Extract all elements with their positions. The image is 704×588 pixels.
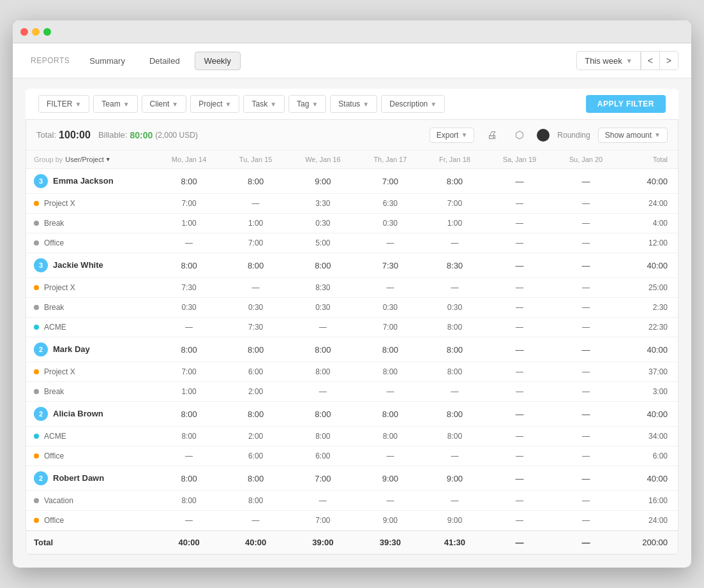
table-cell: — [288,491,357,511]
table-cell: 0:30 [357,214,423,233]
table-cell: 7:00 [357,169,423,194]
table-cell: — [486,278,553,298]
project-name: ACME [44,432,66,441]
filter-client-button[interactable]: Client ▼ [142,95,187,113]
project-name: Project X [44,367,75,376]
table-cell: — [486,427,553,446]
table-cell: 6:00 [223,362,288,382]
group-selector[interactable]: User/Project ▼ [65,156,110,163]
total-hours: 100:00 [59,129,91,141]
col-sat: Sa, Jan 19 [486,151,553,169]
table-row: Project X7:30—8:30————25:00 [26,278,678,298]
show-amount-button[interactable]: Show amount ▼ [598,128,668,143]
table-row: 2Alicia Brown8:008:008:008:008:00——40:00 [26,402,678,427]
table-cell: 5:00 [288,233,357,253]
project-dot [34,305,39,310]
apply-filter-button[interactable]: APPLY FILTER [586,95,666,113]
table-cell-total: 4:00 [619,214,678,233]
table-cell: — [357,278,423,298]
table-cell: 8:00 [423,427,486,446]
table-cell: 8:00 [423,169,486,194]
table-cell: 7:00 [357,318,423,337]
filter-main-button[interactable]: FILTER ▼ [38,95,89,113]
chevron-down-icon: ▼ [75,101,81,108]
table-cell: 8:00 [155,253,223,278]
table-cell: 8:00 [423,402,486,427]
table-row: ACME8:002:008:008:008:00——34:00 [26,427,678,446]
table-cell: — [486,318,553,337]
table-row: Break1:002:00—————3:00 [26,382,678,402]
table-cell: — [223,511,288,531]
table-cell: 7:00 [155,362,223,382]
export-button[interactable]: Export ▼ [430,128,475,143]
table-cell: — [486,233,553,253]
table-cell: 8:00 [288,253,357,278]
table-cell: — [553,446,619,466]
share-button[interactable]: ⬡ [510,126,529,143]
filter-team-button[interactable]: Team ▼ [93,95,137,113]
rounding-label: Rounding [557,131,590,140]
total-label: Total: [36,130,56,140]
table-cell: — [553,402,619,427]
table-cell: 6:00 [223,446,288,466]
table-cell: — [288,382,357,402]
project-name: ACME [44,323,66,332]
tab-detailed[interactable]: Detailed [140,52,190,70]
user-name: Alicia Brown [53,409,103,418]
summary-actions: Export ▼ 🖨 ⬡ Rounding Show amount ▼ [430,126,668,143]
table-cell-total: 40:00 [619,337,678,362]
table-cell: — [486,382,553,402]
table-cell: 0:30 [288,298,357,318]
toolbar-right: This week ▼ < > [576,51,678,70]
filter-tag-button[interactable]: Tag ▼ [288,95,326,113]
project-dot [34,285,39,290]
filter-description-button[interactable]: Description ▼ [381,95,445,113]
table-cell: 8:00 [223,491,288,511]
table-cell: 9:00 [423,511,486,531]
table-cell: — [486,511,553,531]
project-name: Office [44,239,64,247]
total-day-cell: — [553,531,619,554]
chevron-down-icon: ▼ [311,101,318,108]
filter-task-button[interactable]: Task ▼ [243,95,285,113]
total-day-cell: 41:30 [423,531,486,554]
table-cell: — [423,233,486,253]
table-cell: 7:00 [155,194,223,214]
total-label-cell: Total [26,531,155,554]
table-cell-total: 37:00 [619,362,678,382]
tab-weekly[interactable]: Weekly [195,52,241,70]
total-day-cell: — [486,531,553,554]
table-cell: — [553,337,619,362]
week-next-button[interactable]: > [659,52,678,70]
table-cell: — [423,446,486,466]
table-cell: — [553,362,619,382]
project-dot [34,434,39,439]
project-dot [34,389,39,394]
total-day-cell: 39:00 [288,531,357,554]
week-prev-button[interactable]: < [641,52,659,70]
table-cell: 8:00 [223,169,288,194]
table-cell: 8:00 [155,491,223,511]
week-selector: This week ▼ < > [576,51,678,70]
filter-status-button[interactable]: Status ▼ [330,95,377,113]
filter-bar: FILTER ▼ Team ▼ Client ▼ Project ▼ Task … [26,89,678,120]
col-wed: We, Jan 16 [288,151,357,169]
table-cell: 8:00 [288,427,357,446]
filter-project-button[interactable]: Project ▼ [190,95,239,113]
tab-summary[interactable]: Summary [80,52,135,70]
user-badge: 2 [34,471,48,485]
user-badge: 2 [34,342,48,356]
table-cell: — [553,382,619,402]
print-button[interactable]: 🖨 [482,127,502,143]
table-cell: 6:00 [288,446,357,466]
table-row: Office——7:009:009:00——24:00 [26,511,678,531]
table-cell: — [486,253,553,278]
table-row: ACME—7:30—7:008:00——22:30 [26,318,678,337]
table-cell: 8:00 [423,337,486,362]
table-cell: 8:00 [223,253,288,278]
table-cell-total: 40:00 [619,253,678,278]
table-row: 2Robert Dawn8:008:007:009:009:00——40:00 [26,466,678,491]
table-cell: 8:00 [155,402,223,427]
project-name-cell: Office [26,511,155,531]
table-cell-total: 2:30 [619,298,678,318]
